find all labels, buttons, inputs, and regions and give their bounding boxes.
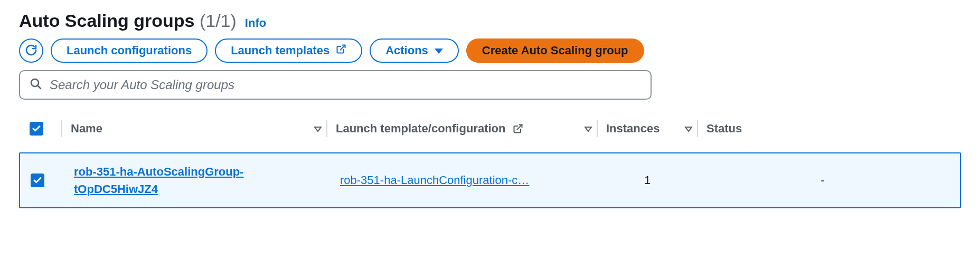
page-title-count: (1/1) <box>200 11 237 31</box>
search-input[interactable] <box>50 78 641 92</box>
svg-marker-4 <box>315 127 321 131</box>
svg-line-5 <box>517 125 522 130</box>
page-title: Auto Scaling groups (1/1) <box>19 11 237 31</box>
column-divider <box>597 120 598 137</box>
status-value: - <box>696 173 949 187</box>
column-header-name[interactable]: Name <box>71 122 324 136</box>
actions-label: Actions <box>385 44 428 57</box>
column-divider <box>61 120 62 137</box>
svg-marker-1 <box>435 49 443 54</box>
launch-configurations-button[interactable]: Launch configurations <box>51 38 208 63</box>
refresh-icon <box>25 44 37 58</box>
column-status-label: Status <box>706 122 742 136</box>
external-link-icon <box>336 44 346 57</box>
svg-marker-7 <box>685 127 692 131</box>
search-box[interactable] <box>19 70 652 100</box>
table-header: Name Launch template/configuration <box>19 115 961 142</box>
column-header-status[interactable]: Status <box>706 122 950 136</box>
create-asg-label: Create Auto Scaling group <box>482 44 628 57</box>
column-instances-label: Instances <box>606 122 660 136</box>
external-link-icon <box>513 123 523 134</box>
svg-line-0 <box>341 45 345 50</box>
launch-templates-label: Launch templates <box>231 44 329 57</box>
asg-name-link[interactable]: rob-351-ha-AutoScalingGroup-tOpDC5HiwJZ4 <box>74 165 243 196</box>
launch-templates-button[interactable]: Launch templates <box>215 38 362 63</box>
launch-config-link[interactable]: rob-351-ha-LaunchConfiguration-c… <box>340 173 529 187</box>
column-divider <box>697 120 698 137</box>
info-link[interactable]: Info <box>245 16 266 30</box>
sort-icon[interactable] <box>682 122 695 135</box>
instances-value: 1 <box>599 173 696 187</box>
sort-icon[interactable] <box>582 122 595 135</box>
svg-line-3 <box>37 85 41 89</box>
select-all-checkbox[interactable] <box>30 122 43 136</box>
launch-configurations-label: Launch configurations <box>67 44 192 57</box>
asg-table: Name Launch template/configuration <box>19 115 961 208</box>
sort-icon[interactable] <box>312 122 324 135</box>
page-title-text: Auto Scaling groups <box>19 11 194 31</box>
row-checkbox[interactable] <box>31 173 44 187</box>
actions-button[interactable]: Actions <box>370 38 459 63</box>
table-row[interactable]: rob-351-ha-AutoScalingGroup-tOpDC5HiwJZ4… <box>19 152 961 208</box>
create-asg-button[interactable]: Create Auto Scaling group <box>466 38 644 63</box>
column-launch-label: Launch template/configuration <box>336 122 505 136</box>
caret-down-icon <box>435 44 443 57</box>
column-header-launch[interactable]: Launch template/configuration <box>336 122 595 136</box>
column-divider <box>326 120 327 137</box>
refresh-button[interactable] <box>19 38 43 63</box>
svg-marker-6 <box>585 127 591 131</box>
search-icon <box>30 78 42 92</box>
column-name-label: Name <box>71 122 102 136</box>
column-header-instances[interactable]: Instances <box>606 122 695 136</box>
